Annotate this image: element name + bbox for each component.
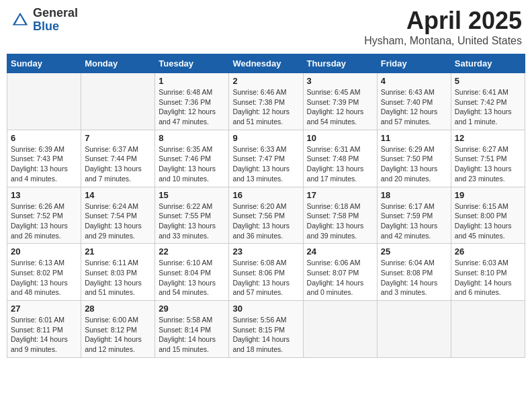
day-number: 6 bbox=[11, 133, 77, 143]
day-number: 21 bbox=[85, 246, 151, 257]
day-number: 11 bbox=[381, 133, 447, 143]
day-info: Sunrise: 6:00 AMSunset: 8:12 PMDaylight:… bbox=[85, 315, 151, 355]
day-info: Sunrise: 6:11 AMSunset: 8:03 PMDaylight:… bbox=[85, 258, 151, 298]
calendar-cell: 16Sunrise: 6:20 AMSunset: 7:56 PMDayligh… bbox=[229, 187, 303, 244]
calendar-cell: 26Sunrise: 6:03 AMSunset: 8:10 PMDayligh… bbox=[451, 244, 525, 301]
day-number: 3 bbox=[307, 76, 373, 86]
calendar-cell: 4Sunrise: 6:43 AMSunset: 7:40 PMDaylight… bbox=[377, 73, 451, 130]
calendar-cell: 25Sunrise: 6:04 AMSunset: 8:08 PMDayligh… bbox=[377, 244, 451, 301]
day-number: 23 bbox=[232, 246, 299, 257]
day-number: 22 bbox=[159, 246, 225, 257]
day-number: 24 bbox=[307, 246, 373, 257]
calendar-cell: 2Sunrise: 6:46 AMSunset: 7:38 PMDaylight… bbox=[229, 73, 303, 130]
calendar-cell: 17Sunrise: 6:18 AMSunset: 7:58 PMDayligh… bbox=[303, 187, 377, 244]
day-number: 8 bbox=[159, 133, 225, 143]
logo-text: General Blue bbox=[33, 7, 78, 34]
day-info: Sunrise: 6:24 AMSunset: 7:54 PMDaylight:… bbox=[85, 201, 151, 241]
calendar-week-row: 27Sunrise: 6:01 AMSunset: 8:11 PMDayligh… bbox=[7, 301, 525, 358]
calendar-header-monday: Monday bbox=[81, 54, 155, 73]
calendar-cell: 7Sunrise: 6:37 AMSunset: 7:44 PMDaylight… bbox=[81, 130, 155, 187]
calendar-title: April 2025 bbox=[364, 7, 522, 35]
day-number: 20 bbox=[11, 246, 77, 257]
day-info: Sunrise: 6:35 AMSunset: 7:46 PMDaylight:… bbox=[159, 144, 225, 184]
calendar-week-row: 13Sunrise: 6:26 AMSunset: 7:52 PMDayligh… bbox=[7, 187, 525, 244]
day-info: Sunrise: 6:39 AMSunset: 7:43 PMDaylight:… bbox=[11, 144, 77, 184]
calendar-cell bbox=[377, 301, 451, 358]
day-number: 12 bbox=[455, 133, 521, 143]
page-header: General Blue April 2025 Hysham, Montana,… bbox=[7, 7, 525, 47]
calendar-week-row: 6Sunrise: 6:39 AMSunset: 7:43 PMDaylight… bbox=[7, 130, 525, 187]
day-number: 1 bbox=[159, 76, 225, 86]
calendar-cell: 28Sunrise: 6:00 AMSunset: 8:12 PMDayligh… bbox=[81, 301, 155, 358]
calendar-cell bbox=[303, 301, 377, 358]
day-info: Sunrise: 6:01 AMSunset: 8:11 PMDaylight:… bbox=[11, 315, 77, 355]
title-block: April 2025 Hysham, Montana, United State… bbox=[364, 7, 522, 47]
day-number: 25 bbox=[381, 246, 447, 257]
day-number: 29 bbox=[159, 304, 225, 314]
calendar-cell: 20Sunrise: 6:13 AMSunset: 8:02 PMDayligh… bbox=[7, 244, 81, 301]
day-info: Sunrise: 6:22 AMSunset: 7:55 PMDaylight:… bbox=[159, 201, 225, 241]
calendar-cell: 12Sunrise: 6:27 AMSunset: 7:51 PMDayligh… bbox=[451, 130, 525, 187]
calendar-week-row: 20Sunrise: 6:13 AMSunset: 8:02 PMDayligh… bbox=[7, 244, 525, 301]
calendar-cell: 10Sunrise: 6:31 AMSunset: 7:48 PMDayligh… bbox=[303, 130, 377, 187]
day-info: Sunrise: 6:45 AMSunset: 7:39 PMDaylight:… bbox=[307, 87, 373, 127]
calendar-cell: 29Sunrise: 5:58 AMSunset: 8:14 PMDayligh… bbox=[155, 301, 229, 358]
day-info: Sunrise: 5:56 AMSunset: 8:15 PMDaylight:… bbox=[232, 315, 299, 355]
calendar-cell: 19Sunrise: 6:15 AMSunset: 8:00 PMDayligh… bbox=[451, 187, 525, 244]
day-number: 5 bbox=[455, 76, 521, 86]
day-number: 15 bbox=[159, 190, 225, 200]
day-number: 7 bbox=[85, 133, 151, 143]
day-info: Sunrise: 6:37 AMSunset: 7:44 PMDaylight:… bbox=[85, 144, 151, 184]
calendar-cell: 21Sunrise: 6:11 AMSunset: 8:03 PMDayligh… bbox=[81, 244, 155, 301]
day-info: Sunrise: 6:13 AMSunset: 8:02 PMDaylight:… bbox=[11, 258, 77, 298]
logo: General Blue bbox=[10, 7, 78, 34]
calendar-header-sunday: Sunday bbox=[7, 54, 81, 73]
day-number: 14 bbox=[85, 190, 151, 200]
calendar-cell: 30Sunrise: 5:56 AMSunset: 8:15 PMDayligh… bbox=[229, 301, 303, 358]
day-info: Sunrise: 6:15 AMSunset: 8:00 PMDaylight:… bbox=[455, 201, 521, 241]
calendar-header-friday: Friday bbox=[377, 54, 451, 73]
day-number: 18 bbox=[381, 190, 447, 200]
day-info: Sunrise: 5:58 AMSunset: 8:14 PMDaylight:… bbox=[159, 315, 225, 355]
day-info: Sunrise: 6:18 AMSunset: 7:58 PMDaylight:… bbox=[307, 201, 373, 241]
calendar-cell bbox=[81, 73, 155, 130]
day-number: 19 bbox=[455, 190, 521, 200]
calendar-cell: 24Sunrise: 6:06 AMSunset: 8:07 PMDayligh… bbox=[303, 244, 377, 301]
calendar-week-row: 1Sunrise: 6:48 AMSunset: 7:36 PMDaylight… bbox=[7, 73, 525, 130]
calendar-cell: 27Sunrise: 6:01 AMSunset: 8:11 PMDayligh… bbox=[7, 301, 81, 358]
calendar-cell: 6Sunrise: 6:39 AMSunset: 7:43 PMDaylight… bbox=[7, 130, 81, 187]
calendar-cell: 15Sunrise: 6:22 AMSunset: 7:55 PMDayligh… bbox=[155, 187, 229, 244]
day-info: Sunrise: 6:04 AMSunset: 8:08 PMDaylight:… bbox=[381, 258, 447, 298]
calendar-location: Hysham, Montana, United States bbox=[364, 35, 522, 47]
day-info: Sunrise: 6:46 AMSunset: 7:38 PMDaylight:… bbox=[232, 87, 299, 127]
calendar-cell: 11Sunrise: 6:29 AMSunset: 7:50 PMDayligh… bbox=[377, 130, 451, 187]
day-info: Sunrise: 6:03 AMSunset: 8:10 PMDaylight:… bbox=[455, 258, 521, 298]
logo-icon bbox=[10, 10, 30, 30]
calendar-cell: 22Sunrise: 6:10 AMSunset: 8:04 PMDayligh… bbox=[155, 244, 229, 301]
day-number: 26 bbox=[455, 246, 521, 257]
day-info: Sunrise: 6:29 AMSunset: 7:50 PMDaylight:… bbox=[381, 144, 447, 184]
day-info: Sunrise: 6:31 AMSunset: 7:48 PMDaylight:… bbox=[307, 144, 373, 184]
calendar-cell bbox=[451, 301, 525, 358]
calendar-cell: 5Sunrise: 6:41 AMSunset: 7:42 PMDaylight… bbox=[451, 73, 525, 130]
logo-blue-text: Blue bbox=[33, 20, 78, 34]
day-info: Sunrise: 6:26 AMSunset: 7:52 PMDaylight:… bbox=[11, 201, 77, 241]
calendar-header-wednesday: Wednesday bbox=[229, 54, 303, 73]
calendar-cell: 23Sunrise: 6:08 AMSunset: 8:06 PMDayligh… bbox=[229, 244, 303, 301]
day-number: 13 bbox=[11, 190, 77, 200]
calendar-cell: 14Sunrise: 6:24 AMSunset: 7:54 PMDayligh… bbox=[81, 187, 155, 244]
day-number: 28 bbox=[85, 304, 151, 314]
day-info: Sunrise: 6:43 AMSunset: 7:40 PMDaylight:… bbox=[381, 87, 447, 127]
day-info: Sunrise: 6:10 AMSunset: 8:04 PMDaylight:… bbox=[159, 258, 225, 298]
day-number: 10 bbox=[307, 133, 373, 143]
calendar-header-thursday: Thursday bbox=[303, 54, 377, 73]
calendar-header-row: SundayMondayTuesdayWednesdayThursdayFrid… bbox=[7, 54, 525, 73]
calendar-table: SundayMondayTuesdayWednesdayThursdayFrid… bbox=[7, 54, 525, 358]
calendar-cell: 13Sunrise: 6:26 AMSunset: 7:52 PMDayligh… bbox=[7, 187, 81, 244]
day-info: Sunrise: 6:27 AMSunset: 7:51 PMDaylight:… bbox=[455, 144, 521, 184]
day-number: 17 bbox=[307, 190, 373, 200]
day-info: Sunrise: 6:20 AMSunset: 7:56 PMDaylight:… bbox=[232, 201, 299, 241]
day-info: Sunrise: 6:06 AMSunset: 8:07 PMDaylight:… bbox=[307, 258, 373, 298]
calendar-header-saturday: Saturday bbox=[451, 54, 525, 73]
day-number: 9 bbox=[232, 133, 299, 143]
